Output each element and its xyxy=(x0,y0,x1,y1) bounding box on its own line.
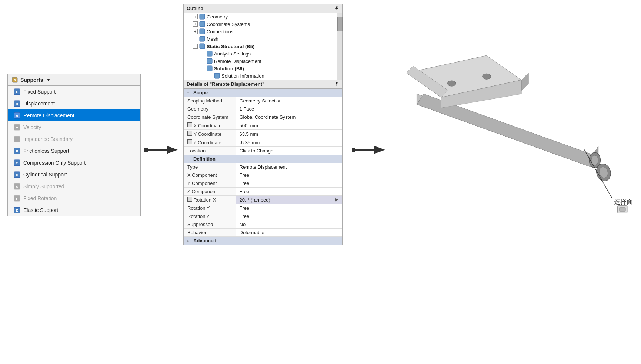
mesh-tree-label: Mesh xyxy=(207,36,218,42)
tree-expand-solution[interactable]: - xyxy=(200,66,205,71)
outline-tree-wrapper: +Geometry+Coordinate Systems+Connections… xyxy=(184,13,342,80)
tree-item-geometry[interactable]: +Geometry xyxy=(184,13,342,20)
details-key: X Coordinate xyxy=(184,121,236,130)
details-key: Suppressed xyxy=(184,220,236,229)
supports-item-frictionless-support[interactable]: FFrictionless Support xyxy=(8,145,140,157)
tree-expand-coordinate-systems[interactable]: + xyxy=(193,21,198,27)
details-value: Remote Displacement xyxy=(236,163,342,171)
svg-text:C: C xyxy=(16,173,19,177)
supports-item-remote-displacement[interactable]: RRemote Displacement xyxy=(8,109,140,121)
svg-text:F: F xyxy=(16,90,18,94)
tree-item-remote-displacement[interactable]: Remote Displacement xyxy=(184,57,342,65)
details-row: BehaviorDeformable xyxy=(184,229,342,237)
row-checkbox[interactable] xyxy=(187,131,192,136)
details-row: SuppressedNo xyxy=(184,220,342,229)
supports-item-fixed-rotation[interactable]: FFixed Rotation xyxy=(8,192,140,204)
supports-item-compression-only-support[interactable]: CCompression Only Support xyxy=(8,157,140,169)
svg-rect-29 xyxy=(200,21,205,27)
fixed-rotation-label: Fixed Rotation xyxy=(23,195,57,201)
outline-panel: Outline 🖈 +Geometry+Coordinate Systems+C… xyxy=(183,4,343,80)
svg-rect-36 xyxy=(214,73,220,78)
supports-item-cylindrical-support[interactable]: CCylindrical Support xyxy=(8,169,140,181)
supports-items-list: FFixed SupportDDisplacementRRemote Displ… xyxy=(8,86,140,216)
section-header-advanced[interactable]: +Advanced xyxy=(184,237,342,245)
details-key: Z Coordinate xyxy=(184,138,236,147)
analysis-settings-tree-icon xyxy=(207,51,213,57)
section-label-advanced: Advanced xyxy=(193,238,216,243)
right-arrow xyxy=(352,144,385,155)
fixed-support-label: Fixed Support xyxy=(23,89,56,95)
svg-rect-58 xyxy=(619,207,625,211)
details-row: Rotation X20. ° (ramped)▶ xyxy=(184,196,342,204)
svg-text:I: I xyxy=(17,138,18,141)
svg-rect-32 xyxy=(200,44,205,49)
svg-marker-25 xyxy=(167,146,178,154)
section-header-definition[interactable]: −Definition xyxy=(184,155,342,163)
tree-expand-static-structural[interactable]: - xyxy=(193,44,198,49)
svg-rect-28 xyxy=(200,14,205,19)
section-header-scope[interactable]: −Scope xyxy=(184,89,342,97)
svg-text:S: S xyxy=(14,78,16,82)
solution-tree-label: Solution (B6) xyxy=(214,66,244,71)
tree-item-solution-information[interactable]: Solution Information xyxy=(184,72,342,80)
section-label-definition: Definition xyxy=(193,156,216,162)
compression-only-support-icon: C xyxy=(14,159,20,166)
svg-text:R: R xyxy=(16,114,19,118)
solution-information-tree-label: Solution Information xyxy=(221,73,264,79)
viewport-svg: 选择面 xyxy=(389,44,633,252)
details-row: LocationClick to Change xyxy=(184,147,342,155)
tree-item-solution[interactable]: -Solution (B6) xyxy=(184,65,342,72)
velocity-label: Velocity xyxy=(23,124,41,130)
tree-item-static-structural[interactable]: -Static Structural (B5) xyxy=(184,43,342,50)
supports-item-fixed-support[interactable]: FFixed Support xyxy=(8,86,140,98)
details-key: Y Component xyxy=(184,179,236,188)
details-key: Rotation Y xyxy=(184,204,236,212)
details-row: X Coordinate500. mm xyxy=(184,121,342,130)
velocity-icon: V xyxy=(14,124,20,131)
tree-item-connections[interactable]: +Connections xyxy=(184,28,342,35)
details-value: Free xyxy=(236,204,342,212)
connections-tree-icon xyxy=(199,28,205,34)
supports-item-displacement[interactable]: DDisplacement xyxy=(8,98,140,109)
supports-item-simply-supported[interactable]: SSimply Supported xyxy=(8,181,140,192)
details-content: −ScopeScoping MethodGeometry SelectionGe… xyxy=(184,89,342,245)
tree-item-coordinate-systems[interactable]: +Coordinate Systems xyxy=(184,20,342,28)
details-key: Z Component xyxy=(184,188,236,196)
supports-item-velocity[interactable]: VVelocity xyxy=(8,121,140,133)
supports-item-elastic-support[interactable]: EElastic Support xyxy=(8,204,140,216)
supports-item-impedance-boundary[interactable]: IImpedance Boundary xyxy=(8,133,140,145)
outline-scrollbar[interactable] xyxy=(337,13,342,80)
static-structural-tree-label: Static Structural (B5) xyxy=(207,44,254,49)
center-panels: Outline 🖈 +Geometry+Coordinate Systems+C… xyxy=(183,4,343,245)
geometry-tree-icon xyxy=(199,14,205,20)
section-toggle-scope: − xyxy=(187,91,192,95)
displacement-label: Displacement xyxy=(23,101,55,107)
tree-item-mesh[interactable]: Mesh xyxy=(184,35,342,43)
svg-rect-35 xyxy=(207,66,212,71)
details-row: Y ComponentFree xyxy=(184,179,342,188)
details-value: 500. mm xyxy=(236,121,342,130)
details-key: Behavior xyxy=(184,229,236,237)
coordinate-systems-tree-label: Coordinate Systems xyxy=(207,21,250,27)
tree-expand-geometry[interactable]: + xyxy=(193,14,198,19)
svg-text:V: V xyxy=(16,126,18,129)
svg-rect-31 xyxy=(200,36,205,41)
svg-text:S: S xyxy=(16,185,18,189)
supports-header[interactable]: S Supports ▼ xyxy=(8,74,140,86)
row-arrow-icon[interactable]: ▶ xyxy=(335,197,338,202)
row-checkbox[interactable] xyxy=(187,122,192,127)
details-value: 20. ° (ramped)▶ xyxy=(236,196,342,204)
scrollbar-thumb[interactable] xyxy=(337,17,343,31)
tree-item-analysis-settings[interactable]: Analysis Settings xyxy=(184,50,342,57)
supports-panel: S Supports ▼ FFixed SupportDDisplacement… xyxy=(7,74,141,216)
dropdown-arrow-icon: ▼ xyxy=(46,78,50,82)
outline-pin-icon[interactable]: 🖈 xyxy=(334,6,339,11)
row-checkbox[interactable] xyxy=(187,139,192,144)
svg-rect-33 xyxy=(207,51,212,56)
details-key: Y Coordinate xyxy=(184,130,236,138)
tree-expand-connections[interactable]: + xyxy=(193,29,198,34)
analysis-settings-tree-label: Analysis Settings xyxy=(214,51,251,57)
row-checkbox[interactable] xyxy=(187,197,192,202)
simply-supported-icon: S xyxy=(14,183,20,190)
details-pin-icon[interactable]: 🖈 xyxy=(334,81,339,87)
